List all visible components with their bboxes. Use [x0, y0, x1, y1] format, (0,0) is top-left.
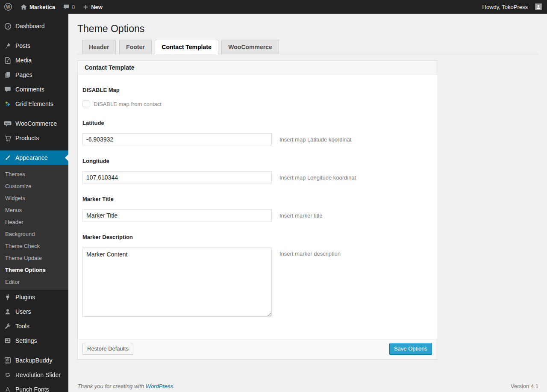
marker-title-hint: Insert marker title	[279, 209, 322, 219]
theme-options-tabs: Header Footer Contact Template WooCommer…	[77, 40, 538, 54]
submenu-item-theme-update[interactable]: Theme Update	[0, 252, 68, 264]
comments-bubble-icon	[63, 3, 70, 10]
media-icon	[3, 56, 12, 65]
paintbrush-icon	[3, 153, 12, 162]
longitude-field: Longitude Insert map Longitude koordinat	[82, 158, 430, 183]
restore-defaults-button[interactable]: Restore Defaults	[82, 343, 133, 355]
grid-elements-icon	[3, 100, 12, 108]
sidebar-label: Pages	[15, 71, 32, 78]
submenu-item-editor[interactable]: Editor	[0, 276, 68, 288]
admin-bar-comments[interactable]: 0	[59, 0, 79, 14]
sidebar-label: Punch Fonts	[15, 386, 49, 392]
submenu-item-background[interactable]: Background	[0, 228, 68, 240]
sidebar-label: Posts	[15, 42, 30, 49]
plus-icon	[82, 4, 89, 10]
marker-title-label: Marker Title	[82, 196, 430, 202]
sidebar-item-revolution-slider[interactable]: Revolution Slider	[0, 368, 68, 382]
howdy-link[interactable]: Howdy, TokoPress	[479, 0, 532, 14]
sidebar-item-settings[interactable]: Settings	[0, 333, 68, 348]
marker-title-input[interactable]	[82, 209, 272, 221]
howdy-text: Howdy, TokoPress	[482, 4, 528, 10]
footer-version: Version 4.1	[511, 383, 538, 389]
pages-icon	[3, 71, 12, 79]
sidebar-item-grid-elements[interactable]: Grid Elements	[0, 97, 68, 111]
pushpin-icon	[3, 41, 12, 50]
new-label: New	[91, 4, 103, 10]
dashboard-icon	[3, 22, 12, 30]
backup-disk-icon	[3, 356, 12, 365]
sidebar-label: Products	[15, 135, 39, 141]
submenu-item-header[interactable]: Header	[0, 216, 68, 228]
submenu-item-theme-check[interactable]: Theme Check	[0, 240, 68, 252]
svg-text:W: W	[6, 5, 10, 9]
wp-logo-menu[interactable]: W	[0, 0, 16, 14]
page-footer: Thank you for creating with WordPress. V…	[77, 383, 538, 392]
wordpress-logo-icon: W	[4, 3, 12, 11]
latitude-field: Latitude Insert map Latitude koordinat	[82, 120, 430, 145]
letter-a-icon: A	[3, 385, 12, 392]
footer-thanks-period: .	[173, 383, 175, 389]
home-icon	[20, 3, 27, 11]
new-content-link[interactable]: New	[79, 0, 106, 14]
save-options-button[interactable]: Save Options	[389, 343, 432, 355]
submenu-item-theme-options[interactable]: Theme Options	[0, 264, 68, 276]
submenu-item-widgets[interactable]: Widgets	[0, 192, 68, 204]
site-name: Marketica	[29, 4, 55, 10]
disable-map-label: DISABLE Map	[82, 87, 430, 93]
sidebar-label: Dashboard	[15, 23, 45, 29]
submenu-item-menus[interactable]: Menus	[0, 204, 68, 216]
sidebar-label: Plugins	[15, 294, 35, 301]
tab-contact-template[interactable]: Contact Template	[155, 40, 218, 54]
panel-body: DISABLE Map DISABLE map from contact Lat…	[78, 75, 437, 339]
sidebar-item-comments[interactable]: Comments	[0, 82, 68, 97]
sidebar-label: Appearance	[15, 154, 48, 161]
tab-woocommerce[interactable]: WooCommerce	[221, 40, 279, 54]
sidebar-item-products[interactable]: Products	[0, 131, 68, 145]
sidebar-item-punch-fonts[interactable]: A Punch Fonts	[0, 382, 68, 392]
longitude-input[interactable]	[82, 171, 272, 183]
admin-bar-site-link[interactable]: Marketica	[16, 0, 59, 14]
sidebar-item-woocommerce[interactable]: Woo WooCommerce	[0, 116, 68, 131]
plugin-icon	[3, 293, 12, 301]
sidebar-item-users[interactable]: Users	[0, 304, 68, 319]
latitude-hint: Insert map Latitude koordinat	[279, 133, 351, 143]
user-icon	[3, 307, 12, 316]
submenu-item-customize[interactable]: Customize	[0, 180, 68, 192]
sidebar-label: Media	[15, 57, 32, 64]
contact-template-panel: Contact Template DISABLE Map DISABLE map…	[77, 60, 437, 360]
disable-map-field: DISABLE Map DISABLE map from contact	[82, 87, 430, 107]
submenu-item-themes[interactable]: Themes	[0, 168, 68, 180]
panel-title: Contact Template	[78, 61, 437, 75]
comment-icon	[3, 85, 12, 94]
woocommerce-icon: Woo	[3, 119, 12, 128]
page-title: Theme Options	[77, 14, 538, 40]
sidebar-item-tools[interactable]: Tools	[0, 319, 68, 333]
sidebar-label: Users	[15, 308, 31, 315]
sidebar-label: Revolution Slider	[15, 371, 61, 378]
marker-description-field: Marker Description Marker Content Insert…	[82, 234, 430, 317]
disable-map-checkbox[interactable]	[82, 100, 89, 107]
marker-description-hint: Insert marker description	[279, 248, 341, 257]
sidebar-item-media[interactable]: Media	[0, 53, 68, 68]
sidebar-item-appearance[interactable]: Appearance	[0, 150, 68, 165]
sidebar-item-dashboard[interactable]: Dashboard	[0, 19, 68, 33]
refresh-arrows-icon	[3, 371, 12, 379]
avatar[interactable]	[535, 3, 542, 10]
latitude-label: Latitude	[82, 120, 430, 126]
latitude-input[interactable]	[82, 133, 272, 145]
sidebar-item-posts[interactable]: Posts	[0, 38, 68, 53]
marker-description-label: Marker Description	[82, 234, 430, 240]
admin-sidebar: Dashboard Posts Media Pages Comments Gri…	[0, 14, 68, 392]
wordpress-link[interactable]: WordPress	[146, 383, 173, 389]
appearance-submenu: Themes Customize Widgets Menus Header Ba…	[0, 165, 68, 290]
sidebar-item-plugins[interactable]: Plugins	[0, 290, 68, 304]
tab-header[interactable]: Header	[82, 40, 116, 54]
marker-description-textarea[interactable]: Marker Content	[82, 248, 272, 317]
longitude-label: Longitude	[82, 158, 430, 164]
sidebar-item-pages[interactable]: Pages	[0, 68, 68, 82]
footer-thanks-text: Thank you for creating with	[77, 383, 146, 389]
comment-count: 0	[72, 4, 75, 10]
tab-footer[interactable]: Footer	[119, 40, 152, 54]
marker-title-field: Marker Title Insert marker title	[82, 196, 430, 221]
sidebar-item-backupbuddy[interactable]: BackupBuddy	[0, 353, 68, 368]
